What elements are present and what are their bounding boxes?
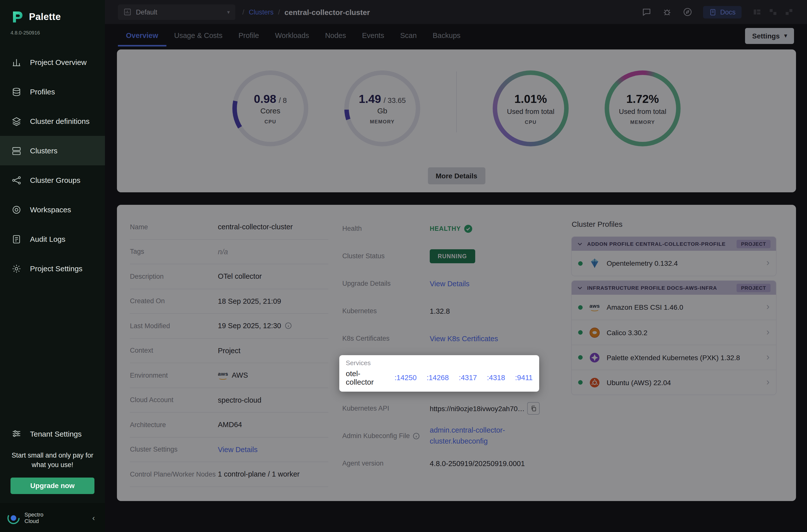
chat-icon[interactable] — [642, 7, 652, 17]
docs-button[interactable]: Docs — [703, 6, 742, 18]
bug-icon[interactable] — [662, 7, 672, 17]
service-port-link[interactable]: :4317 — [459, 374, 477, 382]
cluster-profiles-column: Cluster Profiles ADDON PROFILE CENTRAL-C… — [560, 215, 776, 487]
tab-backups[interactable]: Backups — [425, 25, 468, 46]
tab-profile[interactable]: Profile — [230, 25, 267, 46]
project-scope-value: Default — [136, 8, 157, 16]
ubuntu-icon — [589, 376, 601, 388]
app-window: Palette 4.8.0-250916 Project Overview Pr… — [0, 0, 807, 532]
sidebar-item-label: Workspaces — [30, 205, 71, 214]
sidebar-item-label: Audit Logs — [30, 235, 65, 243]
sidebar-item-tenant-settings[interactable]: Tenant Settings — [0, 419, 105, 448]
layers-icon — [12, 116, 21, 126]
cluster-details-card: Name central-collector-cluster Tags n/a … — [117, 205, 796, 501]
admin-kubeconfig-link[interactable]: admin.central-collector-cluster.kubeconf… — [430, 425, 525, 446]
chevron-down-icon: ▾ — [227, 9, 230, 15]
sidebar-nav: Project Overview Profiles Cluster defini… — [0, 48, 105, 283]
info-icon[interactable] — [285, 322, 292, 329]
sidebar-item-cluster-groups[interactable]: Cluster Groups — [0, 165, 105, 195]
detail-row-last-modified: Last Modified 19 Sep 2025, 12:30 — [130, 314, 328, 338]
addon-profile-header[interactable]: ADDON PROFILE CENTRAL-COLLECTOR-PROFILE … — [571, 237, 776, 251]
services-spotlight-box: Services otel-collector :14250 :14268 :4… — [339, 355, 539, 392]
service-port-link[interactable]: :4318 — [487, 374, 505, 382]
tab-overview[interactable]: Overview — [118, 25, 166, 46]
sidebar-item-label: Tenant Settings — [30, 429, 82, 438]
service-port-link[interactable]: :14250 — [394, 374, 417, 382]
sidebar-item-cluster-definitions[interactable]: Cluster definitions — [0, 107, 105, 136]
infra-profile-header[interactable]: INFRASTRUCTURE PROFILE DOCS-AWS-INFRA PR… — [571, 281, 776, 295]
upgrade-view-details-link[interactable]: View Details — [430, 280, 469, 287]
infra-profile-group: INFRASTRUCTURE PROFILE DOCS-AWS-INFRA PR… — [571, 281, 776, 395]
sidebar-item-label: Project Overview — [30, 58, 87, 66]
sidebar-bottom: Tenant Settings Start small and only pay… — [0, 419, 105, 532]
cluster-settings-view-details-link[interactable]: View Details — [218, 445, 258, 454]
cluster-status-row: Cluster Status RUNNING — [342, 242, 560, 270]
chevron-right-icon: › — [766, 327, 770, 338]
help-compass-icon[interactable] — [682, 7, 693, 17]
service-port-link[interactable]: :9411 — [515, 374, 533, 382]
calico-icon — [589, 326, 601, 338]
aws-icon: aws — [589, 301, 601, 313]
addon-profile-group: ADDON PROFILE CENTRAL-COLLECTOR-PROFILE … — [571, 237, 776, 276]
extra-icon — [784, 7, 794, 17]
tab-workloads[interactable]: Workloads — [267, 25, 317, 46]
memory-usage-gauge: 1.49/ 33.65 Gb MEMORY — [344, 71, 420, 146]
bar-chart-icon — [12, 57, 21, 67]
pack-row-ubuntu[interactable]: Ubuntu (AWS) 22.04 › — [571, 370, 776, 395]
detail-row-description: Description OTel collector — [130, 264, 328, 289]
sidebar-item-project-overview[interactable]: Project Overview — [0, 48, 105, 77]
admin-kubeconfig-row: Admin Kubeconfig File admin.central-coll… — [342, 422, 560, 450]
pack-row-calico[interactable]: Calico 3.30.2 › — [571, 320, 776, 345]
details-column: Name central-collector-cluster Tags n/a … — [130, 215, 342, 487]
project-badge: PROJECT — [736, 240, 771, 248]
service-port-link[interactable]: :14268 — [427, 374, 449, 382]
sidebar-item-project-settings[interactable]: Project Settings — [0, 254, 105, 283]
sidebar-item-profiles[interactable]: Profiles — [0, 77, 105, 107]
upgrade-now-button[interactable]: Upgrade now — [11, 477, 94, 494]
cpu-usage-gauge: 0.98/ 8 Cores CPU — [232, 71, 308, 146]
pack-row-ebs-csi[interactable]: aws Amazon EBS CSI 1.46.0 › — [571, 295, 776, 320]
project-scope-selector[interactable]: Default ▾ — [118, 4, 236, 20]
k8s-certificates-row: K8s Certificates View K8s Certificates — [342, 325, 560, 352]
page-title: central-collector-cluster — [285, 8, 370, 16]
detail-row-name: Name central-collector-cluster — [130, 215, 328, 240]
pack-status-dot — [578, 330, 583, 335]
info-icon[interactable] — [413, 432, 420, 439]
cpu-total-gauge: 1.01% Used from total CPU — [493, 71, 569, 146]
copy-icon[interactable] — [527, 402, 540, 415]
sidebar-item-workspaces[interactable]: Workspaces — [0, 195, 105, 224]
usage-metrics-card: 0.98/ 8 Cores CPU 1.49/ 33.65 Gb MEMORY — [117, 50, 796, 192]
cluster-tabs: Overview Usage & Costs Profile Workloads… — [105, 24, 807, 48]
chevron-right-icon: › — [766, 302, 770, 313]
pack-row-pxk[interactable]: Palette eXtended Kubernetes (PXK) 1.32.8… — [571, 345, 776, 370]
tab-scan[interactable]: Scan — [392, 25, 425, 46]
view-k8s-certificates-link[interactable]: View K8s Certificates — [430, 335, 498, 342]
topbar: Default ▾ / Clusters / central-collector… — [105, 0, 807, 24]
workspaces-icon — [12, 205, 21, 214]
more-details-button[interactable]: More Details — [428, 167, 485, 184]
toolbar-extra-icons — [752, 7, 794, 17]
breadcrumb-clusters-link[interactable]: Clusters — [249, 8, 274, 16]
settings-button[interactable]: Settings ▾ — [745, 28, 794, 44]
sidebar-collapse-button[interactable]: ‹ — [89, 512, 98, 524]
layers-stack-icon — [12, 87, 21, 97]
pxk-icon — [589, 352, 601, 363]
tab-usage-costs[interactable]: Usage & Costs — [166, 25, 230, 46]
pack-row-opentelemetry[interactable]: Opentelemetry 0.132.4 › — [571, 251, 776, 276]
tab-nodes[interactable]: Nodes — [317, 25, 354, 46]
gear-icon — [12, 264, 21, 273]
sidebar-item-clusters[interactable]: Clusters — [0, 136, 105, 165]
pack-status-dot — [578, 261, 583, 266]
chevron-down-icon — [577, 241, 583, 247]
running-status-badge[interactable]: RUNNING — [430, 249, 475, 263]
tab-events[interactable]: Events — [354, 25, 392, 46]
sidebar-item-label: Cluster Groups — [30, 176, 80, 184]
sidebar-item-audit-logs[interactable]: Audit Logs — [0, 224, 105, 254]
opentelemetry-icon — [589, 257, 601, 269]
pack-status-dot — [578, 380, 583, 385]
aws-logo-icon: aws — [218, 371, 228, 379]
app-version: 4.8.0-250916 — [0, 28, 105, 36]
docs-icon — [709, 8, 716, 16]
sidebar-item-label: Project Settings — [30, 264, 82, 273]
sidebar-item-label: Cluster definitions — [30, 117, 90, 126]
